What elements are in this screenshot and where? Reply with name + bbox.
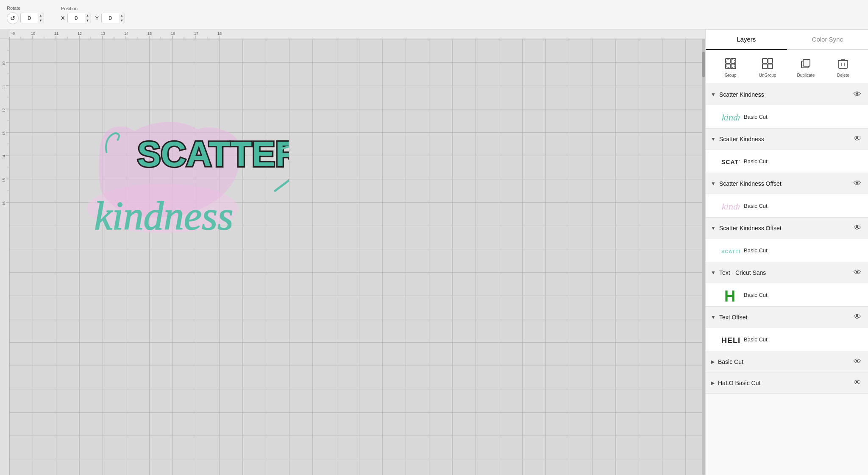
layer-group-header-3[interactable]: ▼ Scatter Kindness Offset 👁 [706,218,868,238]
svg-text:12: 12 [2,108,6,112]
tab-layers[interactable]: Layers [706,30,787,50]
x-input[interactable] [68,13,85,23]
svg-text:11: 11 [2,85,6,89]
delete-button[interactable]: Delete [832,54,854,79]
svg-text:12: 12 [78,31,82,36]
layer-group-header-7[interactable]: ▶ HaLO Basic Cut 👁 [706,372,868,393]
layer-group-header-5[interactable]: ▼ Text Offset 👁 [706,307,868,327]
toolbar: Rotate ↺ ▲ ▼ Position X ▲ ▼ [0,0,868,30]
chevron-icon-3: ▼ [711,225,716,231]
svg-text:-9: -9 [11,31,15,36]
chevron-icon-7: ▶ [711,380,715,386]
group-button[interactable]: Group [720,54,742,79]
ungroup-button[interactable]: UnGroup [756,54,780,79]
chevron-icon-2: ▼ [711,181,716,187]
chevron-icon-0: ▼ [711,92,716,98]
ruler-corner [0,30,9,39]
svg-rect-59 [762,59,767,63]
layer-group-header-6[interactable]: ▶ Basic Cut 👁 [706,351,868,372]
eye-icon-4[interactable]: 👁 [854,268,861,277]
layer-group-5: ▼ Text Offset 👁 HELLO Basic Cut [706,307,868,351]
layer-item-label-2-0: Basic Cut [744,203,768,209]
group-label: Group [725,73,737,78]
layer-group-6: ▶ Basic Cut 👁 [706,351,868,372]
eye-icon-0[interactable]: 👁 [854,90,861,99]
artwork: SCATTER kindness [43,64,289,268]
layer-group-1: ▼ Scatter Kindness 👁 SCATTER Basic Cut [706,129,868,173]
svg-text:13: 13 [101,31,105,36]
chevron-icon-4: ▼ [711,270,716,276]
svg-text:16: 16 [2,201,6,206]
eye-icon-6[interactable]: 👁 [854,357,861,366]
eye-icon-3[interactable]: 👁 [854,224,861,232]
canvas-area[interactable]: -9 10 11 12 13 14 15 16 17 [0,30,705,475]
position-group: Position X ▲ ▼ Y ▲ ▼ [61,6,125,23]
y-up-button[interactable]: ▲ [119,13,125,18]
svg-text:13: 13 [2,131,6,136]
layers-list: ▼ Scatter Kindness 👁 kindness Basic Cut [706,84,868,475]
x-down-button[interactable]: ▼ [85,18,91,23]
chevron-icon-6: ▶ [711,359,715,365]
layer-group-header-0[interactable]: ▼ Scatter Kindness 👁 [706,84,868,105]
layer-group-name-0: Scatter Kindness [719,91,850,98]
chevron-icon-5: ▼ [711,314,716,320]
layer-group-header-2[interactable]: ▼ Scatter Kindness Offset 👁 [706,173,868,194]
rotate-up-button[interactable]: ▲ [38,13,44,18]
rotate-ccw-button[interactable]: ↺ [7,12,19,24]
layer-group-name-3: Scatter Kindness Offset [719,225,850,232]
y-input[interactable] [102,13,119,23]
group-icon [723,56,738,71]
layer-item-1-0[interactable]: SCATTER Basic Cut [706,149,868,173]
layer-item-0-0[interactable]: kindness Basic Cut [706,105,868,128]
layer-group-4: ▼ Text - Cricut Sans 👁 H Basic Cut [706,262,868,307]
layer-thumb-0-0: kindness [721,109,740,124]
rotate-down-button[interactable]: ▼ [38,18,44,23]
layer-item-label-4-0: Basic Cut [744,292,768,298]
eye-icon-1[interactable]: 👁 [854,134,861,143]
layer-item-2-0[interactable]: kindness Basic Cut [706,194,868,217]
duplicate-button[interactable]: Duplicate [794,54,818,79]
svg-text:H: H [724,288,735,302]
svg-text:SCATTER: SCATTER [137,134,289,174]
svg-rect-55 [731,59,736,63]
svg-text:17: 17 [194,31,198,36]
svg-text:SCATTER: SCATTER [721,249,740,254]
svg-text:kindness: kindness [722,201,740,212]
layer-thumb-5-0: HELLO [721,332,740,346]
tab-color-sync[interactable]: Color Sync [787,30,868,50]
svg-text:14: 14 [124,31,128,36]
canvas-grid[interactable]: SCATTER kindness [9,39,705,475]
eye-icon-2[interactable]: 👁 [854,179,861,188]
layer-thumb-1-0: SCATTER [721,154,740,168]
layer-item-3-0[interactable]: SCATTER Basic Cut [706,238,868,262]
layer-item-5-0[interactable]: HELLO Basic Cut [706,327,868,351]
right-panel: Layers Color Sync Group [705,30,868,475]
svg-text:15: 15 [147,31,152,36]
ruler-vertical: 10 11 12 13 14 15 16 [0,39,9,475]
layer-group-name-5: Text Offset [719,314,850,321]
rotate-group: Rotate ↺ ▲ ▼ [7,6,44,24]
x-up-button[interactable]: ▲ [85,13,91,18]
layer-group-name-6: Basic Cut [718,358,850,365]
chevron-icon-1: ▼ [711,136,716,142]
eye-icon-7[interactable]: 👁 [854,378,861,387]
layer-item-4-0[interactable]: H Basic Cut [706,283,868,306]
rotate-input[interactable] [21,13,38,23]
svg-rect-57 [731,64,736,69]
layer-group-name-7: HaLO Basic Cut [718,380,850,386]
ruler-horizontal: -9 10 11 12 13 14 15 16 17 [9,30,705,39]
layer-group-name-1: Scatter Kindness [719,136,850,142]
svg-text:10: 10 [31,31,35,36]
layer-group-2: ▼ Scatter Kindness Offset 👁 kindness Bas… [706,173,868,218]
layer-group-header-1[interactable]: ▼ Scatter Kindness 👁 [706,129,868,149]
panel-tabs: Layers Color Sync [706,30,868,50]
svg-text:18: 18 [217,31,222,36]
x-label: X [61,15,65,21]
eye-icon-5[interactable]: 👁 [854,313,861,321]
layer-thumb-2-0: kindness [721,198,740,213]
layer-group-header-4[interactable]: ▼ Text - Cricut Sans 👁 [706,262,868,283]
y-down-button[interactable]: ▼ [119,18,125,23]
layer-item-label-5-0: Basic Cut [744,336,768,343]
svg-text:HELLO: HELLO [721,336,740,345]
svg-rect-65 [839,61,847,68]
